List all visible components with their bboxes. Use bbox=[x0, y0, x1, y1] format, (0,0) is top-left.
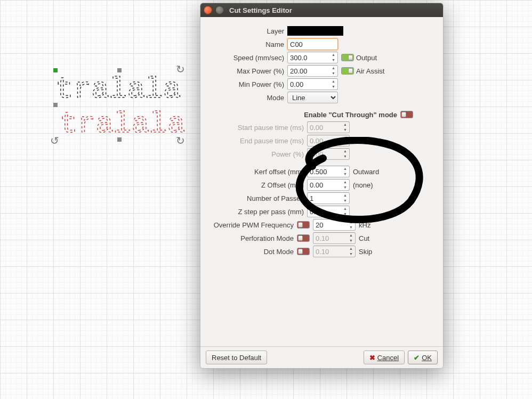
window-close-icon[interactable] bbox=[204, 6, 212, 14]
kerf-label: Kerf offset (mm) bbox=[207, 168, 307, 176]
perforation-label: Perforation Mode bbox=[207, 234, 297, 242]
spinner-icon: ▲▼ bbox=[342, 122, 349, 133]
spinner-icon[interactable]: ▲▼ bbox=[330, 52, 337, 63]
dotmode-toggle[interactable] bbox=[297, 248, 310, 255]
spinner-icon[interactable]: ▲▼ bbox=[342, 206, 349, 217]
svg-text:tralala: tralala bbox=[60, 107, 185, 141]
start-pause-label: Start pause time (ms) bbox=[207, 124, 307, 132]
svg-text:tralala: tralala bbox=[55, 72, 181, 107]
ct-power-label: Power (%) bbox=[207, 150, 307, 158]
spinner-icon: ▲▼ bbox=[348, 246, 354, 257]
airassist-toggle[interactable] bbox=[341, 67, 354, 75]
spinner-icon[interactable]: ▲▼ bbox=[342, 180, 349, 190]
dialog-footer: Reset to Default ✖Cancel ✔OK bbox=[200, 346, 443, 368]
perforation-toggle[interactable] bbox=[297, 234, 310, 242]
spinner-icon: ▲▼ bbox=[342, 149, 349, 159]
pwm-toggle[interactable] bbox=[297, 221, 310, 229]
layer-color-swatch[interactable] bbox=[287, 26, 343, 36]
pwm-unit: kHz bbox=[359, 221, 370, 229]
reset-button[interactable]: Reset to Default bbox=[206, 351, 267, 364]
ok-icon: ✔ bbox=[414, 354, 420, 362]
dotmode-unit: Skip bbox=[359, 248, 372, 256]
passes-label: Number of Passes bbox=[207, 194, 307, 202]
output-label: Output bbox=[356, 54, 377, 62]
cancel-button[interactable]: ✖Cancel bbox=[364, 351, 405, 364]
text-objects[interactable]: tralala tralala bbox=[55, 68, 194, 148]
cutthrough-toggle[interactable] bbox=[400, 111, 413, 118]
dialog-title: Cut Settings Editor bbox=[229, 6, 292, 14]
ok-button[interactable]: ✔OK bbox=[408, 351, 438, 364]
zoffset-note: (none) bbox=[353, 181, 373, 189]
speed-label: Speed (mm/sec) bbox=[207, 54, 287, 62]
dialog-form: Layer Name Speed (mm/sec) ▲▼ Output Max … bbox=[200, 17, 443, 346]
spinner-icon: ▲▼ bbox=[342, 135, 349, 146]
mode-label: Mode bbox=[207, 94, 287, 102]
cut-settings-dialog: Cut Settings Editor Layer Name Speed (mm… bbox=[200, 3, 444, 369]
window-minimize-icon[interactable] bbox=[215, 6, 224, 14]
spinner-icon[interactable]: ▲▼ bbox=[348, 219, 354, 230]
spinner-icon[interactable]: ▲▼ bbox=[342, 193, 349, 203]
zoffset-label: Z Offset (mm) bbox=[207, 181, 307, 189]
mode-select[interactable]: Line bbox=[287, 92, 338, 103]
name-label: Name bbox=[207, 40, 287, 48]
airassist-label: Air Assist bbox=[356, 67, 384, 75]
cancel-icon: ✖ bbox=[369, 354, 375, 362]
zstep-label: Z step per pass (mm) bbox=[207, 208, 307, 216]
kerf-direction: Outward bbox=[353, 168, 379, 176]
pwm-label: Override PWM Frequency bbox=[207, 221, 297, 229]
perforation-unit: Cut bbox=[359, 234, 369, 242]
layer-label: Layer bbox=[207, 27, 287, 35]
spinner-icon[interactable]: ▲▼ bbox=[342, 166, 349, 177]
output-toggle[interactable] bbox=[341, 54, 354, 61]
maxpower-label: Max Power (%) bbox=[207, 67, 287, 75]
spinner-icon[interactable]: ▲▼ bbox=[330, 66, 337, 76]
minpower-label: Min Power (%) bbox=[207, 80, 287, 88]
dialog-titlebar[interactable]: Cut Settings Editor bbox=[200, 3, 443, 17]
end-pause-label: End pause time (ms) bbox=[207, 137, 307, 145]
dotmode-label: Dot Mode bbox=[207, 248, 297, 256]
cutthrough-header: Enable "Cut Through" mode bbox=[304, 111, 397, 119]
spinner-icon: ▲▼ bbox=[348, 233, 354, 243]
name-input[interactable] bbox=[287, 38, 338, 50]
spinner-icon[interactable]: ▲▼ bbox=[330, 79, 337, 89]
